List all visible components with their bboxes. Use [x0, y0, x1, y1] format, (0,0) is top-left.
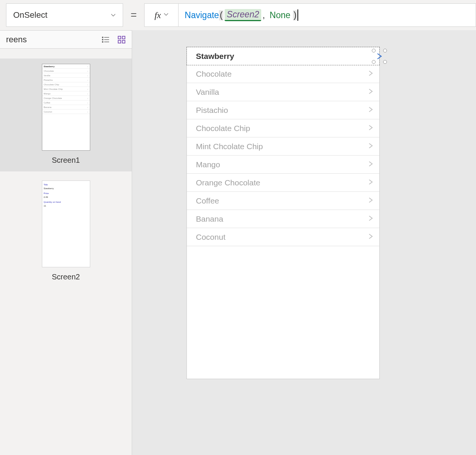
list-row-label: Chocolate Chip: [196, 124, 250, 133]
list-row[interactable]: Chocolate Chip: [187, 119, 379, 137]
formula-container: fx Navigate ( Screen2 , None ): [144, 3, 476, 27]
property-dropdown[interactable]: OnSelect: [6, 3, 123, 27]
formula-token-comma: ,: [262, 10, 265, 20]
chevron-right-icon: [367, 69, 374, 79]
list-row[interactable]: Vanilla: [187, 83, 379, 101]
list-row-label: Stawberry: [196, 52, 234, 61]
chevron-right-icon: [367, 105, 374, 115]
tree-view-icon[interactable]: [102, 35, 110, 44]
list-row-label: Coconut: [196, 233, 225, 242]
formula-bar: OnSelect = fx Navigate ( Screen2 , None …: [0, 0, 476, 30]
thumbnail-view-icon[interactable]: [117, 35, 126, 44]
formula-token-func: Navigate: [185, 10, 219, 20]
screen1-thumbnail: Stawberry› Chocolate› Vanilla› Pistachio…: [42, 64, 90, 151]
list-row[interactable]: Banana: [187, 210, 379, 228]
list-row[interactable]: Chocolate: [187, 65, 379, 83]
screens-panel: reens Stawberry› Chocolate› Vanilla›: [0, 30, 132, 455]
screen-item-label: Screen2: [52, 273, 80, 281]
chevron-right-icon: [367, 87, 374, 97]
chevron-right-icon: [367, 123, 374, 133]
text-cursor: [297, 9, 298, 21]
canvas-screen[interactable]: Stawberry Chocolate Vanilla Pistachio: [186, 47, 380, 379]
canvas-area: Stawberry Chocolate Vanilla Pistachio: [132, 30, 476, 455]
chevron-right-icon: [367, 160, 374, 170]
list-row-label: Coffee: [196, 196, 219, 205]
svg-rect-7: [122, 36, 125, 39]
list-row-label: Pistachio: [196, 106, 228, 115]
chevron-down-icon: [163, 12, 169, 19]
chevron-right-icon: [367, 232, 374, 242]
list-row[interactable]: Coconut: [187, 228, 379, 246]
list-row-label: Orange Chocolate: [196, 178, 260, 187]
screen2-thumbnail: Title Stawberry Price 2.49 Quantity on h…: [42, 180, 90, 267]
chevron-right-icon: [367, 142, 374, 151]
formula-token-close-paren: ): [293, 10, 297, 20]
chevron-right-icon: [367, 196, 374, 206]
list-row[interactable]: Orange Chocolate: [187, 174, 379, 192]
svg-rect-6: [118, 36, 121, 39]
list-row[interactable]: Pistachio: [187, 101, 379, 119]
equals-label: =: [128, 9, 139, 21]
chevron-right-icon: [367, 178, 374, 188]
list-row[interactable]: Mango: [187, 156, 379, 174]
list-row-label: Mango: [196, 160, 220, 169]
list-row-label: Vanilla: [196, 88, 219, 97]
svg-point-4: [102, 39, 103, 40]
list-row-label: Chocolate: [196, 69, 232, 79]
formula-token-arg1: Screen2: [225, 9, 262, 21]
screens-panel-title: reens: [6, 35, 27, 45]
list-row[interactable]: Stawberry: [186, 47, 380, 65]
screen-item-screen1[interactable]: Stawberry› Chocolate› Vanilla› Pistachio…: [0, 59, 132, 171]
fx-label: fx: [154, 10, 161, 20]
list-row-label: Mint Chcolate Chip: [196, 142, 263, 151]
property-name-label: OnSelect: [13, 10, 48, 20]
screens-list: Stawberry› Chocolate› Vanilla› Pistachio…: [0, 49, 132, 302]
list-row-label: Banana: [196, 214, 223, 224]
selection-handles[interactable]: [373, 50, 386, 63]
screen-item-screen2[interactable]: Title Stawberry Price 2.49 Quantity on h…: [0, 180, 132, 281]
svg-point-5: [102, 41, 103, 42]
fx-dropdown[interactable]: fx: [145, 4, 179, 26]
screens-panel-header: reens: [0, 31, 132, 49]
svg-rect-8: [118, 40, 121, 43]
svg-rect-9: [122, 40, 125, 43]
screen-item-label: Screen1: [52, 156, 80, 165]
chevron-right-icon: [367, 214, 374, 224]
list-row[interactable]: Mint Chcolate Chip: [187, 137, 379, 156]
svg-point-3: [102, 37, 103, 38]
chevron-down-icon: [111, 10, 116, 20]
formula-input[interactable]: Navigate ( Screen2 , None ): [179, 4, 476, 26]
formula-token-open-paren: (: [219, 10, 223, 20]
list-row[interactable]: Coffee: [187, 192, 379, 210]
formula-token-arg2: None: [270, 10, 290, 20]
